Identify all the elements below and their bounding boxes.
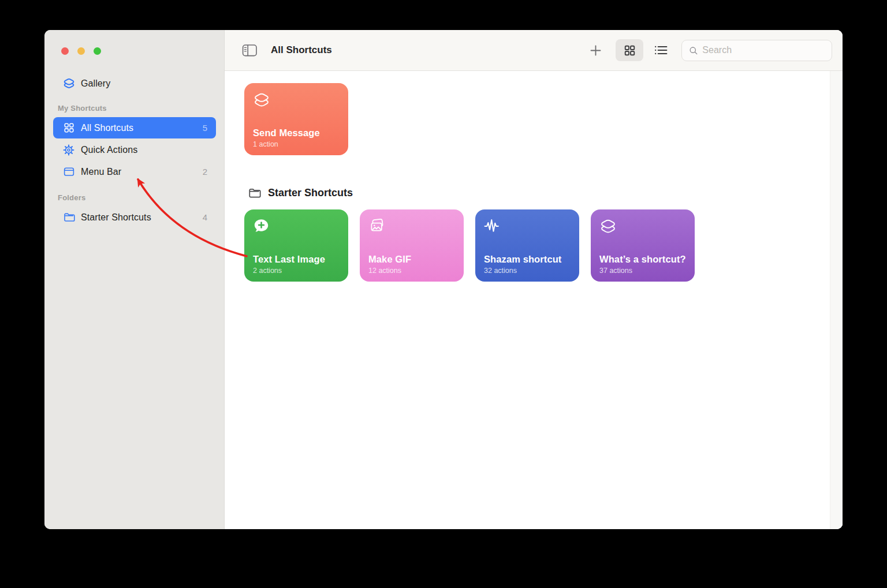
grid-view-icon [624, 44, 636, 57]
card-title: Text Last Image [253, 253, 342, 265]
sidebar-item-gallery[interactable]: Gallery [53, 73, 216, 94]
waveform-icon [483, 217, 502, 235]
search-input[interactable] [702, 45, 826, 55]
item-count-badge: 4 [203, 212, 207, 222]
sidebar-section-folders: Folders [58, 193, 85, 202]
shortcut-card-shazam[interactable]: Shazam shortcut 32 actions [475, 209, 579, 282]
shortcut-card-make-gif[interactable]: Make GIF 12 actions [360, 209, 464, 282]
plus-icon [590, 44, 602, 57]
card-title: Send Message [253, 127, 342, 139]
sidebar: Gallery My Shortcuts All Shortcuts 5 [44, 30, 225, 529]
list-view-icon [654, 44, 668, 56]
fullscreen-button[interactable] [94, 47, 101, 55]
sidebar-item-label: Starter Shortcuts [81, 212, 151, 223]
search-icon [689, 46, 698, 55]
sidebar-item-label: Menu Bar [81, 167, 121, 177]
photos-icon [368, 217, 386, 235]
sidebar-item-label: Gallery [81, 78, 110, 89]
shortcuts-window: Gallery My Shortcuts All Shortcuts 5 [44, 30, 843, 529]
message-plus-icon [252, 217, 271, 235]
close-button[interactable] [61, 47, 69, 55]
sidebar-item-label: Quick Actions [81, 145, 137, 155]
shortcut-card-text-last-image[interactable]: Text Last Image 2 actions [244, 209, 348, 282]
toggle-sidebar-button[interactable] [242, 44, 258, 57]
shortcut-card-whats-a-shortcut[interactable]: What’s a shortcut? 37 actions [591, 209, 695, 282]
page-title: All Shortcuts [271, 44, 332, 56]
new-shortcut-button[interactable] [587, 42, 604, 59]
card-title: What’s a shortcut? [599, 253, 689, 265]
folder-section-title: Starter Shortcuts [268, 187, 353, 199]
card-subtitle: 2 actions [253, 267, 342, 275]
sidebar-toggle-icon [242, 44, 258, 57]
card-subtitle: 12 actions [368, 267, 458, 275]
sidebar-item-menu-bar[interactable]: Menu Bar 2 [53, 161, 216, 182]
main-panel: All Shortcuts [225, 30, 843, 529]
search-field[interactable] [681, 40, 832, 61]
item-count-badge: 5 [203, 123, 207, 133]
shortcuts-grid-area: Send Message 1 action Starter Shortcuts [225, 71, 843, 529]
minimize-button[interactable] [77, 47, 85, 55]
gear-icon [62, 143, 76, 157]
menu-bar-window-icon [62, 165, 76, 179]
grid-view-button[interactable] [616, 39, 643, 61]
window-toolbar: All Shortcuts [225, 30, 843, 71]
traffic-lights [61, 47, 101, 55]
card-subtitle: 1 action [253, 140, 342, 148]
grid-icon [62, 121, 76, 135]
item-count-badge: 2 [203, 167, 207, 177]
folder-icon [62, 211, 76, 224]
sidebar-item-starter-shortcuts[interactable]: Starter Shortcuts 4 [53, 207, 216, 228]
card-subtitle: 32 actions [484, 267, 573, 275]
card-title: Make GIF [368, 253, 458, 265]
shortcut-card-send-message[interactable]: Send Message 1 action [244, 83, 348, 155]
sidebar-section-my-shortcuts: My Shortcuts [58, 104, 107, 113]
folder-icon [248, 186, 261, 200]
toolbar-right [587, 39, 832, 61]
folder-section-header: Starter Shortcuts [248, 186, 843, 200]
desktop-background: Gallery My Shortcuts All Shortcuts 5 [0, 0, 887, 588]
shortcuts-glyph-icon [599, 217, 617, 235]
shortcuts-glyph-icon [62, 77, 76, 91]
scrollbar-gutter[interactable] [830, 71, 843, 529]
shortcuts-glyph-icon [252, 91, 271, 109]
sidebar-item-quick-actions[interactable]: Quick Actions [53, 139, 216, 160]
card-title: Shazam shortcut [484, 253, 573, 265]
sidebar-item-label: All Shortcuts [81, 123, 133, 133]
list-view-button[interactable] [649, 39, 672, 61]
sidebar-item-all-shortcuts[interactable]: All Shortcuts 5 [53, 117, 216, 138]
card-subtitle: 37 actions [599, 267, 689, 275]
